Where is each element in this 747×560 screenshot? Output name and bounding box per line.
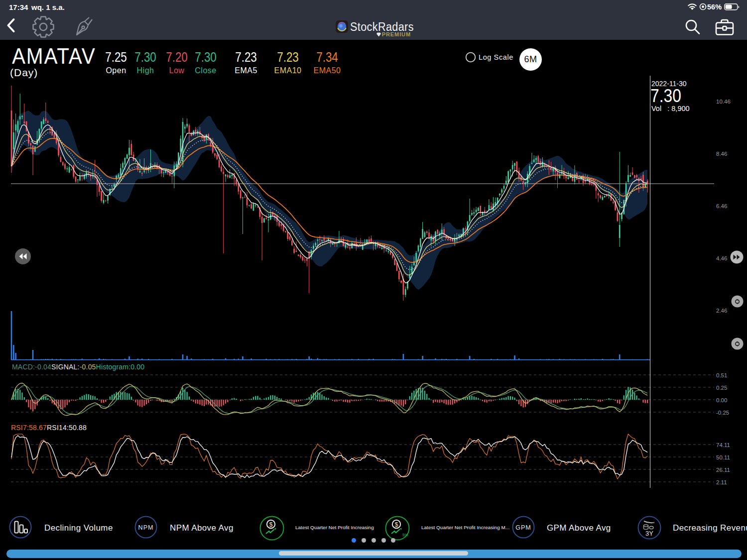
svg-text:4.46: 4.46: [716, 255, 727, 261]
svg-text:3Y: 3Y: [645, 530, 653, 537]
svg-text:$: $: [269, 521, 273, 528]
svg-text:5%: 5%: [402, 533, 408, 537]
svg-text:2.11: 2.11: [716, 479, 727, 485]
svg-text:50.11: 50.11: [716, 454, 730, 460]
svg-text:0.51: 0.51: [716, 372, 727, 378]
svg-text:10.46: 10.46: [716, 99, 731, 105]
svg-text:NPM: NPM: [138, 524, 154, 531]
svg-text:26.11: 26.11: [716, 467, 730, 473]
svg-text:0.25: 0.25: [716, 385, 727, 391]
svg-text:-0.25: -0.25: [716, 410, 729, 416]
svg-text:$: $: [395, 521, 398, 528]
svg-text:GPM: GPM: [515, 524, 531, 531]
svg-text:74.11: 74.11: [716, 442, 730, 448]
svg-text:8.46: 8.46: [716, 151, 727, 157]
svg-text:6.46: 6.46: [716, 203, 727, 209]
svg-text:2.46: 2.46: [716, 308, 727, 314]
svg-text:0.00: 0.00: [716, 397, 727, 403]
